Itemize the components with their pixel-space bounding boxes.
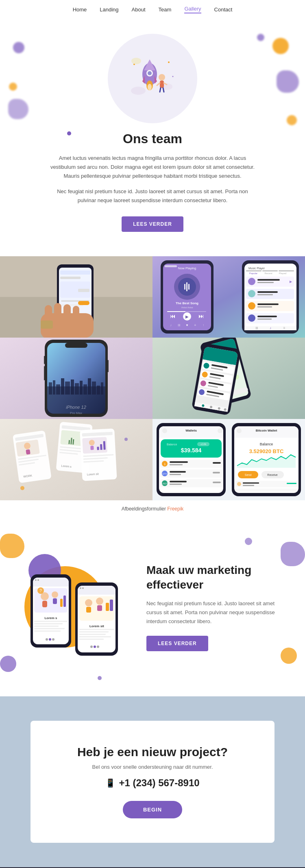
svg-rect-218 [234,432,298,438]
svg-rect-274 [79,634,106,635]
svg-rect-106 [97,386,100,395]
svg-rect-51 [167,311,185,312]
nav-contact[interactable]: Contact [214,7,233,13]
hero-paragraph1: Amet luctus venenatis lectus magna fring… [47,154,258,181]
svg-rect-110 [65,343,87,348]
blob-yellow-2 [272,38,289,54]
svg-point-256 [49,638,51,641]
hero-lees-verder-button[interactable]: LEES VERDER [122,216,183,232]
svg-rect-102 [80,381,83,395]
svg-point-265 [85,599,92,606]
caption-text: Afbeeldingsformulier [122,506,168,512]
svg-rect-78 [257,294,273,295]
svg-rect-113 [108,360,109,372]
svg-rect-206 [170,471,186,473]
svg-rect-86 [257,318,272,320]
svg-rect-32 [54,303,61,318]
svg-rect-35 [41,321,53,329]
svg-rect-188 [159,432,223,438]
svg-rect-95 [49,382,52,395]
svg-rect-104 [88,378,91,395]
nav-home[interactable]: Home [73,7,87,13]
svg-text:↑: ↑ [203,323,204,327]
svg-rect-72 [257,279,280,281]
svg-point-0 [131,87,146,95]
svg-text:Balance: Balance [260,442,273,446]
svg-text:Wallets: Wallets [185,429,197,432]
svg-point-279 [97,646,99,648]
music-app-svg: Now Playing The Best Song Artist Artist … [152,256,305,338]
svg-rect-263 [82,587,84,589]
nav-gallery[interactable]: Gallery [184,6,201,13]
svg-rect-47 [188,284,190,290]
svg-text:iPhone 12: iPhone 12 [66,405,86,410]
svg-rect-214 [213,482,221,483]
svg-point-17 [168,61,170,63]
svg-text:?: ? [39,589,42,593]
svg-rect-230 [243,482,259,484]
svg-line-12 [157,83,160,85]
svg-point-5 [148,71,152,75]
svg-rect-65 [262,270,278,271]
svg-text:$39.584: $39.584 [181,447,202,454]
svg-rect-176 [100,444,102,450]
svg-rect-250 [34,621,68,622]
nav-team[interactable]: Team [159,7,172,13]
svg-point-71 [248,278,255,285]
svg-rect-231 [243,485,254,486]
nav-about[interactable]: About [132,7,146,13]
begin-button[interactable]: BEGIN [123,801,182,818]
svg-rect-242 [42,601,47,607]
blob-yellow-1 [9,83,17,91]
svg-rect-245 [60,599,63,607]
navigation: Home Landing About Team Gallery Contact [0,0,305,17]
svg-point-182 [20,486,24,490]
svg-rect-269 [106,603,109,611]
svg-text:⏭: ⏭ [198,313,204,319]
svg-text:Lorem sit: Lorem sit [89,624,104,628]
svg-text:≡: ≡ [283,326,285,330]
svg-text:+2.4%: +2.4% [200,443,207,445]
svg-rect-66 [279,270,294,271]
svg-rect-244 [53,598,57,604]
iphone12-svg: iPhone 12 Pro Max [0,338,152,419]
svg-text:Bitcoin Wallet: Bitcoin Wallet [256,429,277,432]
svg-rect-31 [45,305,52,319]
svg-rect-73 [257,282,274,283]
svg-rect-270 [110,600,113,611]
svg-text:Popular: Popular [249,272,258,275]
svg-text:⊞: ⊞ [255,326,258,330]
svg-text:ETH: ETH [163,473,167,475]
svg-point-19 [131,58,141,64]
gallery-cell-hand-phone [0,256,152,338]
svg-rect-197 [160,460,222,468]
gallery-caption: Afbeeldingsformulier Freepik [0,500,305,517]
svg-text:♪: ♪ [270,326,271,330]
marketing-lees-verder-button[interactable]: LEES VERDER [146,636,208,651]
blob-yellow-3 [287,115,297,125]
svg-text:Pro Max: Pro Max [70,411,82,415]
svg-rect-201 [170,464,183,465]
marketing-section: ? Lorem s [0,517,305,696]
svg-text:⏮: ⏮ [170,313,176,319]
svg-rect-262 [80,587,81,589]
svg-text:Music Player: Music Player [248,267,265,270]
svg-marker-3 [144,59,155,70]
marketing-content: Maak uw marketing effectiever Nec feugia… [146,563,281,651]
nav-landing[interactable]: Landing [100,7,118,13]
svg-rect-99 [65,382,70,395]
svg-rect-276 [79,639,104,640]
svg-text:Balance: Balance [167,443,177,446]
blob-yellow-marketing [281,648,297,664]
svg-point-257 [52,638,54,641]
svg-point-267 [96,598,103,605]
gallery-cell-cards: WORK Lorem s [0,419,152,500]
svg-rect-212 [170,481,187,482]
svg-point-84 [248,314,255,322]
blob-purple-marketing2 [281,542,305,566]
rocket-illustration [126,52,179,105]
freepik-link[interactable]: Freepik [167,506,183,512]
cta-title: Heb je een nieuw project? [47,745,258,759]
blob-purple-2 [8,99,28,119]
svg-text:Artist Artist: Artist Artist [181,306,193,309]
